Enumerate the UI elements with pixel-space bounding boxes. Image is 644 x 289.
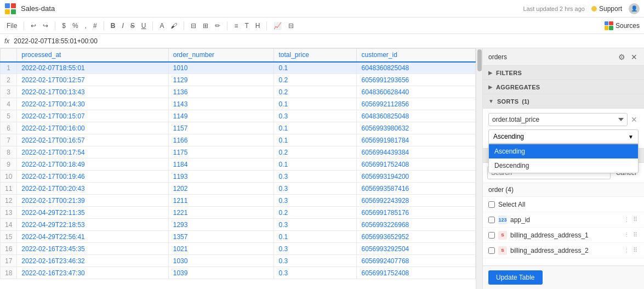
sort-field-select[interactable]: order.total_price [488,113,628,126]
cell-customer_id[interactable]: 6056993292504 [357,243,476,255]
billing-1-action-btn[interactable]: ⋮ [623,231,631,239]
cell-processed_at[interactable]: 2022-02-17T00:16:57 [17,134,168,146]
cell-total_price[interactable]: 0.1 [274,122,357,134]
table-row[interactable]: 122022-02-17T00:21:3912110.3605699224392… [1,195,476,207]
bold-button[interactable]: B [109,21,118,31]
comma-button[interactable]: , [83,21,89,31]
heading-button[interactable]: H [253,21,263,31]
cell-processed_at[interactable]: 2022-02-07T18:55:01 [17,62,168,74]
cell-order_number[interactable]: 1039 [168,267,274,279]
table-row[interactable]: 142022-04-29T22:18:5312930.3605699322696… [1,219,476,231]
cell-processed_at[interactable]: 2022-02-17T00:13:43 [17,86,168,98]
cell-processed_at[interactable]: 2022-02-17T00:18:49 [17,158,168,171]
col-header-customer-id[interactable]: customer_id [357,49,476,62]
sources-button[interactable]: Sources [605,21,640,30]
table-row[interactable]: 72022-02-17T00:16:5711660.16056991981784 [1,134,476,146]
cell-order_number[interactable]: 1129 [168,74,274,86]
cell-order_number[interactable]: 1293 [168,219,274,231]
redo-button[interactable]: ↪ [41,21,50,31]
percent-button[interactable]: % [70,21,81,31]
font-color-button[interactable]: A [157,21,166,31]
table-row[interactable]: 12022-02-07T18:55:0110100.16048360825048 [1,62,476,74]
cell-customer_id[interactable]: 6056991785176 [357,207,476,219]
app-id-checkbox[interactable] [488,217,495,223]
col-header-processed-at[interactable]: processed_at [17,49,168,62]
cell-customer_id[interactable]: 6056991752408 [357,158,476,171]
cell-processed_at[interactable]: 2022-02-16T23:46:32 [17,255,168,267]
cell-total_price[interactable]: 0.1 [274,98,357,110]
billing-2-checkbox[interactable] [488,247,495,254]
col-header-order-number[interactable]: order_number [168,49,274,62]
billing-2-action-btn[interactable]: ⋮ [623,246,631,254]
vertical-scrollbar[interactable] [476,48,482,289]
cell-customer_id[interactable]: 6048360825048 [357,110,476,122]
cell-order_number[interactable]: 1357 [168,231,274,243]
cell-order_number[interactable]: 1202 [168,183,274,195]
cell-total_price[interactable]: 0.3 [274,110,357,122]
cell-processed_at[interactable]: 2022-02-17T00:19:46 [17,171,168,183]
edit-button[interactable]: ✏ [213,21,223,31]
cell-total_price[interactable]: 0.2 [274,74,357,86]
panel-settings-icon[interactable]: ⚙ [617,53,626,61]
cell-order_number[interactable]: 1149 [168,110,274,122]
cell-total_price[interactable]: 0.1 [274,158,357,171]
cell-processed_at[interactable]: 2022-04-29T22:18:53 [17,219,168,231]
direction-option-descending[interactable]: Descending [489,158,638,173]
table-row[interactable]: 22022-02-17T00:12:5711290.26056991293656 [1,74,476,86]
cell-customer_id[interactable]: 6056991981784 [357,134,476,146]
sorts-section-header[interactable]: ▼ SORTS (1) [483,94,644,109]
table-row[interactable]: 102022-02-17T00:19:4611930.3605699319420… [1,171,476,183]
cell-customer_id[interactable]: 6056991293656 [357,74,476,86]
cell-processed_at[interactable]: 2022-02-17T00:15:07 [17,110,168,122]
cell-total_price[interactable]: 0.3 [274,183,357,195]
table-button[interactable]: ⊞ [201,21,210,31]
table-row[interactable]: 52022-02-17T00:15:0711490.36048360825048 [1,110,476,122]
cell-order_number[interactable]: 1184 [168,158,274,171]
table-row[interactable]: 82022-02-17T00:17:5411750.26056994439384 [1,146,476,158]
layout-button[interactable]: ⊟ [286,21,296,31]
paint-button[interactable]: 🖌 [168,21,179,31]
cell-order_number[interactable]: 1030 [168,255,274,267]
align-left-button[interactable]: ≡ [232,21,240,31]
cell-total_price[interactable]: 0.1 [274,231,357,243]
update-table-button[interactable]: Update Table [488,270,543,285]
sort-delete-button[interactable]: ✕ [630,115,639,124]
cell-processed_at[interactable]: 2022-02-17T00:12:57 [17,74,168,86]
cell-customer_id[interactable]: 6056991752408 [357,267,476,279]
cell-order_number[interactable]: 1157 [168,122,274,134]
cell-order_number[interactable]: 1143 [168,98,274,110]
file-menu[interactable]: File [4,21,19,31]
col-header-total-price[interactable]: total_price [274,49,357,62]
cell-processed_at[interactable]: 2022-02-17T00:16:00 [17,122,168,134]
billing-1-drag-btn[interactable]: ⠿ [632,231,639,239]
filters-section-header[interactable]: ▶ FILTERS [483,66,644,80]
table-row[interactable]: 172022-02-16T23:46:3210300.3605699240776… [1,255,476,267]
cell-customer_id[interactable]: 6056993587416 [357,183,476,195]
cell-total_price[interactable]: 0.2 [274,146,357,158]
cell-processed_at[interactable]: 2022-02-16T23:47:30 [17,267,168,279]
cell-total_price[interactable]: 0.1 [274,134,357,146]
cell-order_number[interactable]: 1021 [168,243,274,255]
select-all-checkbox[interactable] [488,201,495,208]
table-row[interactable]: 92022-02-17T00:18:4911840.16056991752408 [1,158,476,171]
cell-total_price[interactable]: 0.3 [274,243,357,255]
hash-button[interactable]: # [91,21,99,31]
app-id-drag-btn[interactable]: ⠿ [632,216,639,224]
app-id-action-btn[interactable]: ⋮ [623,216,631,224]
cell-customer_id[interactable]: 6056992407768 [357,255,476,267]
table-row[interactable]: 42022-02-17T00:14:3011430.16056992112856 [1,98,476,110]
cell-total_price[interactable]: 0.2 [274,207,357,219]
cell-customer_id[interactable]: 6048360825048 [357,62,476,74]
table-row[interactable]: 132022-04-29T22:11:3512210.2605699178517… [1,207,476,219]
table-row[interactable]: 162022-02-16T23:45:3510210.3605699329250… [1,243,476,255]
cell-order_number[interactable]: 1136 [168,86,274,98]
user-avatar[interactable]: 👤 [629,3,640,14]
cell-customer_id[interactable]: 6056993652952 [357,231,476,243]
aggregates-section-header[interactable]: ▶ AGGREGATES [483,80,644,94]
cell-processed_at[interactable]: 2022-02-17T00:14:30 [17,98,168,110]
billing-1-checkbox[interactable] [488,232,495,239]
table-row[interactable]: 152022-04-29T22:56:4113570.1605699365295… [1,231,476,243]
cell-customer_id[interactable]: 6048360628440 [357,86,476,98]
cell-customer_id[interactable]: 6056994439384 [357,146,476,158]
cell-total_price[interactable]: 0.2 [274,86,357,98]
